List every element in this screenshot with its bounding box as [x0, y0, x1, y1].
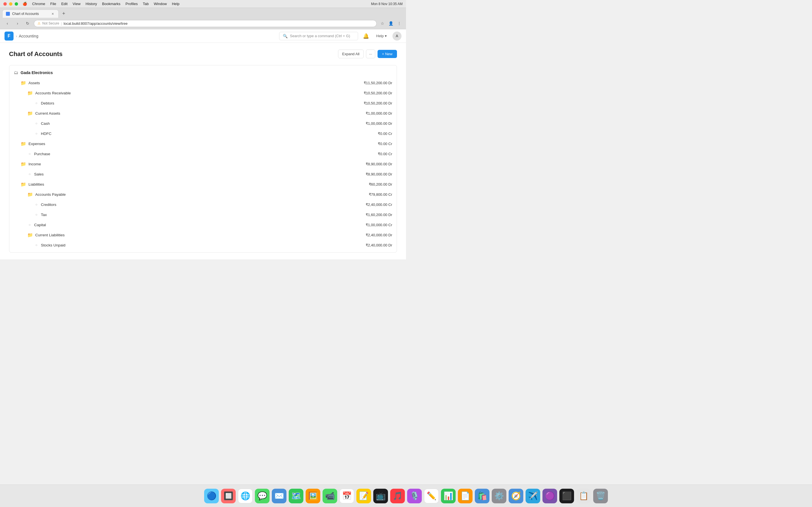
- expand-all-button[interactable]: Expand All: [338, 50, 364, 58]
- menu-tab[interactable]: Tab: [143, 2, 149, 6]
- list-item[interactable]: 📁 Current Liabilities ₹2,40,000.00 Dr: [9, 230, 397, 240]
- help-button[interactable]: Help ▾: [374, 33, 389, 39]
- app-logo[interactable]: F: [4, 32, 13, 41]
- item-label: Current Liabilities: [35, 233, 64, 237]
- list-item[interactable]: 📁 Expenses ₹0.00 Cr: [9, 138, 397, 149]
- item-label: Sales: [34, 172, 44, 176]
- tree-left: 📁 Assets: [20, 80, 364, 86]
- list-item[interactable]: 📁 Accounts Receivable ₹10,50,200.00 Dr: [9, 88, 397, 98]
- list-item[interactable]: ○ Cash ₹1,00,000.00 Dr: [9, 118, 397, 128]
- back-button[interactable]: ‹: [3, 19, 11, 27]
- maximize-button[interactable]: [15, 2, 18, 6]
- list-item[interactable]: 📁 Liabilities ₹60,200.00 Dr: [9, 179, 397, 189]
- list-item[interactable]: 📁 Assets ₹11,50,200.00 Dr: [9, 78, 397, 88]
- folder-icon: 📁: [20, 182, 26, 187]
- item-label: Accounts Receivable: [35, 91, 71, 95]
- minimize-button[interactable]: [9, 2, 12, 6]
- item-amount: ₹8,90,000.00 Dr: [366, 172, 392, 176]
- folder-icon: 📁: [28, 192, 33, 197]
- creditors-row: ○ Creditors ₹2,40,000.00 Cr: [34, 203, 392, 207]
- leaf-icon: ○: [34, 121, 39, 125]
- list-item[interactable]: ○ HDFC ₹0.00 Cr: [9, 128, 397, 138]
- active-tab[interactable]: Chart of Accounts ×: [2, 10, 59, 18]
- item-amount: ₹1,60,200.00 Dr: [366, 213, 392, 217]
- liabilities-row: 📁 Liabilities ₹60,200.00 Dr: [20, 182, 392, 187]
- tree-left: ○ Tax: [34, 213, 366, 217]
- sales-row: ○ Sales ₹8,90,000.00 Dr: [28, 172, 392, 176]
- more-options-button[interactable]: ···: [366, 50, 375, 58]
- url-bar[interactable]: ⚠ Not Secure | local.build:8007/app/acco…: [34, 20, 377, 27]
- url-display: local.build:8007/app/accounts/view/tree: [63, 21, 128, 25]
- avatar-button[interactable]: A: [393, 32, 402, 41]
- capital-row: ○ Capital ₹1,00,000.00 Cr: [28, 223, 392, 227]
- tab-close-button[interactable]: ×: [50, 11, 55, 16]
- extension-icon[interactable]: ⋮: [396, 20, 403, 27]
- forward-button[interactable]: ›: [13, 19, 21, 27]
- menu-window[interactable]: Window: [154, 2, 167, 6]
- notifications-icon[interactable]: 🔔: [361, 32, 370, 41]
- list-item[interactable]: ○ Stocks Unpaid ₹2,40,000.00 Dr: [9, 240, 397, 250]
- tree-left: 📁 Income: [20, 161, 366, 167]
- item-amount: ₹0.00 Cr: [378, 131, 392, 136]
- bookmark-icon[interactable]: ☆: [379, 20, 386, 27]
- menu-edit[interactable]: Edit: [61, 2, 67, 6]
- new-button[interactable]: + New: [377, 50, 397, 58]
- reload-button[interactable]: ↻: [24, 19, 32, 27]
- tree-left: 📁 Expenses: [20, 141, 378, 147]
- list-item[interactable]: ○ Creditors ₹2,40,000.00 Cr: [9, 200, 397, 210]
- leaf-icon: ○: [28, 152, 32, 156]
- item-label: Capital: [34, 223, 46, 227]
- company-folder-icon: 🗂: [14, 70, 18, 75]
- list-item[interactable]: ○ Sales ₹8,90,000.00 Dr: [9, 169, 397, 179]
- item-amount: ₹79,800.00 Cr: [369, 192, 392, 196]
- item-label: Purchase: [34, 152, 50, 156]
- window-controls[interactable]: [3, 2, 18, 6]
- folder-icon: 📁: [28, 232, 33, 238]
- menu-file[interactable]: File: [50, 2, 56, 6]
- list-item[interactable]: ○ Capital ₹1,00,000.00 Cr: [9, 220, 397, 230]
- new-tab-button[interactable]: +: [60, 10, 68, 18]
- item-amount: ₹1,00,000.00 Dr: [366, 121, 392, 126]
- menu-chrome[interactable]: Chrome: [32, 2, 45, 6]
- tree-left: ○ Capital: [28, 223, 366, 227]
- list-item[interactable]: ○ Purchase ₹0.00 Cr: [9, 149, 397, 159]
- leaf-icon: ○: [34, 101, 39, 105]
- list-item[interactable]: ○ Debtors ₹10,50,200.00 Dr: [9, 98, 397, 108]
- address-bar: ‹ › ↻ ⚠ Not Secure | local.build:8007/ap…: [0, 18, 406, 29]
- tree-left: 🗂 Gada Electronics: [14, 70, 392, 75]
- item-amount: ₹1,00,000.00 Cr: [366, 223, 392, 227]
- menu-history[interactable]: History: [86, 2, 97, 6]
- folder-icon: 📁: [20, 80, 26, 86]
- app-container: F › Accounting 🔍 Search or type a comman…: [0, 29, 406, 260]
- list-item[interactable]: 📁 Current Assets ₹1,00,000.00 Dr: [9, 108, 397, 118]
- breadcrumb: › Accounting: [16, 34, 38, 38]
- search-box[interactable]: 🔍 Search or type a command (Ctrl + G): [279, 32, 358, 40]
- tree-left: ○ Stocks Unpaid: [34, 243, 366, 247]
- list-item[interactable]: ○ Tax ₹1,60,200.00 Dr: [9, 210, 397, 220]
- menu-bookmarks[interactable]: Bookmarks: [102, 2, 120, 6]
- menu-apple[interactable]: 🍎: [22, 2, 27, 6]
- list-item[interactable]: 📁 Accounts Payable ₹79,800.00 Cr: [9, 189, 397, 200]
- page-header: Chart of Accounts Expand All ··· + New: [9, 50, 397, 58]
- item-amount: ₹10,50,200.00 Dr: [364, 91, 392, 95]
- search-icon: 🔍: [283, 34, 288, 38]
- page-content: Chart of Accounts Expand All ··· + New 🗂…: [0, 43, 406, 260]
- purchase-row: ○ Purchase ₹0.00 Cr: [28, 152, 392, 156]
- item-label: Cash: [41, 121, 50, 126]
- profile-icon[interactable]: 👤: [388, 20, 394, 27]
- menu-view[interactable]: View: [73, 2, 81, 6]
- close-button[interactable]: [3, 2, 7, 6]
- item-amount: ₹2,40,000.00 Cr: [366, 203, 392, 207]
- item-amount: ₹0.00 Cr: [378, 142, 392, 146]
- company-row[interactable]: 🗂 Gada Electronics: [9, 68, 397, 78]
- item-label: Income: [29, 162, 41, 166]
- breadcrumb-parent[interactable]: Accounting: [19, 34, 38, 38]
- menu-help[interactable]: Help: [172, 2, 180, 6]
- menu-profiles[interactable]: Profiles: [125, 2, 138, 6]
- company-row-content: 🗂 Gada Electronics: [14, 70, 392, 75]
- list-item[interactable]: 📁 Income ₹8,90,000.00 Dr: [9, 159, 397, 169]
- item-label: Current Assets: [35, 111, 60, 115]
- security-icon: ⚠: [38, 21, 41, 25]
- cash-row: ○ Cash ₹1,00,000.00 Dr: [34, 121, 392, 126]
- item-label: Stocks Unpaid: [41, 243, 65, 247]
